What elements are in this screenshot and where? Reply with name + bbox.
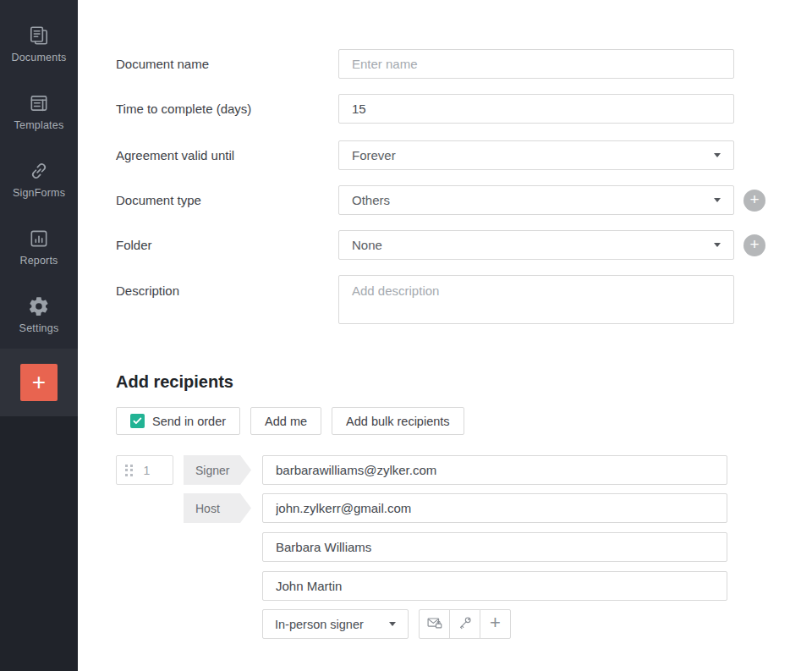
send-in-order-toggle[interactable]: Send in order — [116, 407, 240, 435]
drag-handle-icon — [125, 465, 133, 476]
host-role-tag: Host — [184, 493, 251, 523]
authentication-key-button[interactable] — [449, 609, 480, 639]
chevron-down-icon — [389, 622, 396, 626]
chevron-down-icon — [714, 243, 721, 247]
recipient-options-row: Send in order Add me Add bulk recipients — [116, 407, 812, 435]
sidebar-item-signforms[interactable]: SignForms — [0, 146, 78, 213]
sidebar-item-documents[interactable]: Documents — [0, 10, 78, 78]
field-label: Document name — [116, 57, 338, 71]
add-recipients-heading: Add recipients — [116, 372, 812, 392]
form-row-folder: Folder None + — [116, 230, 812, 260]
document-name-input[interactable] — [338, 49, 734, 79]
sidebar-item-label: SignForms — [13, 187, 65, 199]
main-content: Document name Time to complete (days) Ag… — [78, 0, 812, 671]
field-label: Folder — [116, 238, 338, 252]
chevron-down-icon — [714, 198, 721, 202]
add-folder-button[interactable]: + — [743, 234, 765, 256]
sidebar-add-section: + — [0, 349, 78, 416]
create-document-button[interactable]: + — [20, 364, 58, 401]
selected-value: Forever — [352, 148, 396, 162]
key-icon — [457, 614, 474, 634]
sidebar-item-settings[interactable]: Settings — [0, 281, 78, 349]
documents-icon — [28, 25, 50, 47]
recipient-row-signer-email: 1 Signer — [116, 455, 812, 485]
app-window: Documents Templates — [0, 0, 812, 671]
sidebar: Documents Templates — [0, 0, 78, 671]
chevron-down-icon — [714, 153, 721, 157]
sidebar-item-templates[interactable]: Templates — [0, 78, 78, 146]
host-email-input[interactable] — [262, 493, 727, 523]
recipient-row-host-email: Host — [116, 493, 812, 523]
add-recipient-button[interactable]: + — [480, 609, 511, 639]
send-in-order-label: Send in order — [152, 415, 226, 428]
sidebar-item-label: Reports — [19, 255, 58, 267]
form-row-agreement-valid: Agreement valid until Forever — [116, 140, 812, 170]
form-row-document-type: Document type Others + — [116, 185, 812, 215]
selected-value: In-person signer — [275, 618, 364, 631]
signer-name-input[interactable] — [262, 532, 727, 562]
agreement-valid-select[interactable]: Forever — [338, 140, 734, 170]
form-row-document-name: Document name — [116, 49, 812, 79]
add-me-button[interactable]: Add me — [250, 407, 321, 435]
time-to-complete-input[interactable] — [338, 94, 734, 124]
add-bulk-recipients-button[interactable]: Add bulk recipients — [332, 407, 464, 435]
private-email-button[interactable] — [419, 609, 450, 639]
description-textarea[interactable] — [338, 275, 734, 324]
add-recipient-icon: + — [490, 613, 501, 635]
add-document-type-button[interactable]: + — [743, 190, 765, 212]
templates-icon — [28, 92, 50, 114]
host-name-input[interactable] — [262, 571, 727, 601]
recipient-order-handle[interactable]: 1 — [116, 455, 173, 485]
sidebar-bottom-filler — [0, 416, 78, 671]
selected-value: Others — [352, 193, 390, 207]
field-label: Description — [116, 275, 338, 298]
reports-icon — [28, 228, 50, 250]
private-email-icon — [426, 614, 443, 634]
document-type-select[interactable]: Others — [338, 185, 734, 215]
sidebar-item-reports[interactable]: Reports — [0, 213, 78, 281]
recipient-row-signer-name — [116, 532, 812, 562]
recipient-order-number: 1 — [144, 464, 151, 477]
settings-icon — [28, 295, 50, 317]
sidebar-nav: Documents Templates — [0, 0, 78, 349]
signer-email-input[interactable] — [262, 455, 727, 485]
sidebar-item-label: Settings — [19, 322, 59, 334]
recipient-action-buttons: + — [419, 609, 511, 639]
field-label: Time to complete (days) — [116, 102, 338, 116]
field-label: Agreement valid until — [116, 148, 338, 162]
recipient-row-actions: In-person signer — [116, 609, 812, 639]
checkbox-checked-icon — [130, 414, 145, 428]
selected-value: None — [352, 238, 382, 252]
folder-select[interactable]: None — [338, 230, 734, 260]
sidebar-item-label: Documents — [11, 52, 66, 63]
form-row-time-to-complete: Time to complete (days) — [116, 94, 812, 124]
recipient-row-host-name — [116, 571, 812, 601]
signer-type-select[interactable]: In-person signer — [262, 609, 409, 639]
signforms-icon — [28, 160, 50, 182]
sidebar-item-label: Templates — [14, 119, 64, 131]
field-label: Document type — [116, 193, 338, 207]
form-row-description: Description — [116, 275, 812, 327]
signer-role-tag: Signer — [184, 455, 251, 485]
